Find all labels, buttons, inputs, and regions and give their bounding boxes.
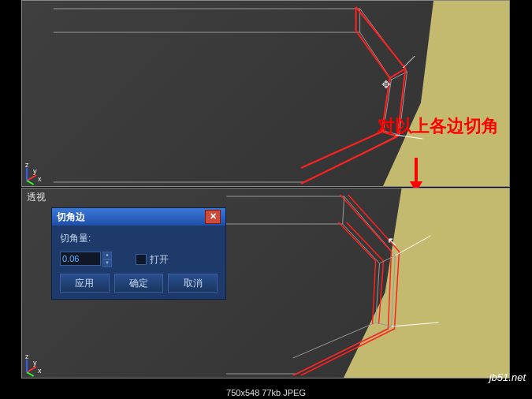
ok-button[interactable]: 确定 <box>114 274 164 293</box>
amount-label: 切角量: <box>60 232 91 245</box>
open-checkbox[interactable] <box>136 254 147 265</box>
cancel-button[interactable]: 取消 <box>168 274 218 293</box>
amount-input[interactable] <box>60 252 101 266</box>
dialog-body: 切角量: ▲▼ 打开 应用 确定 取消 <box>52 226 225 299</box>
dialog-titlebar[interactable]: 切角边 ✕ <box>52 208 225 226</box>
image-info-footer: 750x548 77kb JPEG <box>0 386 532 399</box>
viewport-label: 透视 <box>27 191 46 204</box>
open-label: 打开 <box>150 253 169 267</box>
watermark: jb51.net <box>489 371 526 383</box>
pivot-icon: ✥ <box>381 78 391 91</box>
annotation-text: 对以上各边切角 <box>378 114 499 138</box>
apply-button[interactable]: 应用 <box>60 274 110 293</box>
close-icon[interactable]: ✕ <box>205 210 221 224</box>
amount-spinner[interactable]: ▲▼ <box>60 252 112 267</box>
bottom-viewport[interactable]: ↖ 透视 x y z 切角边 ✕ 切角量: ▲▼ 打开 <box>21 188 510 378</box>
mouse-cursor-icon: ↖ <box>387 234 397 249</box>
top-viewport[interactable]: ✥ x y z <box>21 0 510 187</box>
axis-gizmo: x y z <box>27 156 52 181</box>
viewport-canvas[interactable]: ✥ <box>22 1 509 186</box>
axis-gizmo: x y z <box>27 348 52 373</box>
wireframe-edges <box>22 1 509 186</box>
chamfer-dialog: 切角边 ✕ 切角量: ▲▼ 打开 应用 确定 取消 <box>51 207 226 300</box>
dialog-title-text: 切角边 <box>57 211 85 224</box>
spinner-buttons[interactable]: ▲▼ <box>102 252 112 267</box>
